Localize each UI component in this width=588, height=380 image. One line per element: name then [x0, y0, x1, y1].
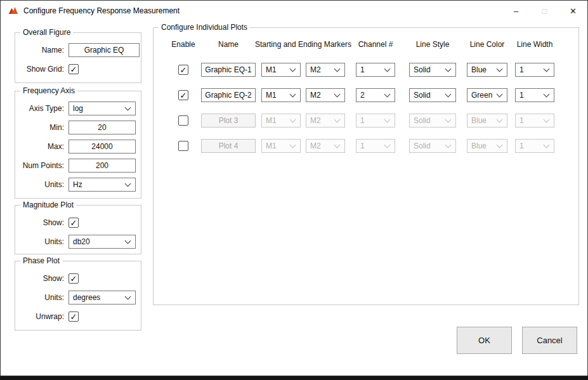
channel-select[interactable]: 1 — [356, 63, 395, 77]
line-style-select[interactable]: Solid — [409, 63, 456, 77]
phase-show-label: Show: — [15, 274, 69, 283]
chevron-down-icon — [290, 142, 296, 148]
channel-value: 1 — [356, 116, 365, 125]
phase-units-select[interactable]: degrees — [69, 291, 136, 305]
chevron-down-icon — [384, 142, 391, 148]
titlebar: Configure Frequency Response Measurement… — [1, 1, 587, 21]
phase-units-row: Units: degrees — [15, 291, 141, 305]
unwrap-checkbox[interactable]: ✓ — [69, 311, 79, 322]
freq-units-value: Hz — [69, 180, 82, 189]
start-marker-value: M1 — [262, 116, 277, 125]
plot-name-input[interactable] — [201, 114, 256, 128]
chevron-down-icon — [544, 91, 550, 98]
line-color-select[interactable]: Blue — [467, 63, 507, 77]
chevron-down-icon — [334, 142, 341, 148]
header-channel: Channel # — [358, 40, 393, 49]
magnitude-units-select[interactable]: db20 — [69, 235, 136, 249]
channel-value: 1 — [356, 65, 365, 74]
minimize-button[interactable]: – — [502, 1, 530, 21]
figure-name-row: Name: — [15, 43, 141, 57]
min-input[interactable] — [69, 121, 136, 134]
maximize-button: □ — [530, 1, 559, 21]
ok-button[interactable]: OK — [457, 327, 512, 354]
minimize-icon: – — [514, 7, 518, 15]
magnitude-units-value: db20 — [69, 237, 90, 246]
end-marker-select[interactable]: M2 — [306, 88, 345, 102]
line-width-select: 1 — [515, 114, 554, 128]
line-width-value: 1 — [516, 141, 524, 150]
phase-show-row: Show: ✓ — [15, 272, 141, 285]
line-color-select[interactable]: Green — [467, 88, 507, 102]
start-marker-select[interactable]: M1 — [261, 63, 301, 77]
plot-name-input[interactable] — [201, 88, 256, 102]
chevron-down-icon — [334, 117, 341, 123]
figure-name-input[interactable] — [69, 43, 140, 57]
frequency-axis-group: Frequency Axis Axis Type: log Min: Max: … — [15, 91, 141, 199]
plot-name-input[interactable] — [201, 139, 256, 153]
individual-plots-group: Configure Individual Plots Enable Name S… — [153, 27, 579, 305]
freq-units-row: Units: Hz — [15, 178, 141, 192]
plot-name-input[interactable] — [201, 63, 256, 77]
chevron-down-icon — [334, 91, 341, 98]
axis-type-row: Axis Type: log — [15, 102, 141, 115]
line-style-select: Solid — [409, 114, 456, 128]
unwrap-row: Unwrap: ✓ — [15, 310, 141, 324]
close-button[interactable]: ✕ — [559, 1, 587, 21]
show-grid-checkbox[interactable]: ✓ — [69, 64, 79, 74]
line-color-select: Blue — [467, 114, 507, 128]
header-line-color: Line Color — [470, 40, 505, 49]
window-title: Configure Frequency Response Measurement — [23, 6, 180, 15]
chevron-down-icon — [497, 117, 503, 123]
chevron-down-icon — [290, 91, 296, 98]
line-width-select[interactable]: 1 — [515, 63, 554, 77]
max-row: Max: — [15, 140, 141, 154]
num-points-input[interactable] — [69, 159, 136, 173]
chevron-down-icon — [290, 66, 296, 72]
chevron-down-icon — [544, 66, 550, 72]
line-width-select[interactable]: 1 — [515, 88, 554, 102]
channel-select[interactable]: 2 — [356, 88, 395, 102]
channel-select: 1 — [356, 114, 395, 128]
start-marker-select: M1 — [261, 114, 301, 128]
line-color-value: Blue — [467, 65, 487, 74]
chevron-down-icon — [497, 66, 503, 72]
cancel-button[interactable]: Cancel — [522, 327, 577, 354]
header-markers: Starting and Ending Markers — [255, 40, 351, 49]
header-line-width: Line Width — [517, 40, 553, 49]
close-icon: ✕ — [570, 7, 577, 15]
end-marker-select[interactable]: M2 — [306, 63, 345, 77]
show-grid-row: Show Grid: ✓ — [15, 62, 141, 76]
min-row: Min: — [15, 121, 141, 134]
magnitude-show-checkbox[interactable]: ✓ — [69, 218, 79, 228]
plot-enable-checkbox[interactable] — [178, 115, 188, 126]
line-style-select[interactable]: Solid — [409, 88, 456, 102]
maximize-icon: □ — [542, 7, 547, 15]
line-style-value: Solid — [410, 65, 431, 74]
axis-type-select[interactable]: log — [69, 102, 136, 115]
start-marker-value: M1 — [262, 65, 277, 74]
end-marker-select: M2 — [306, 139, 345, 153]
channel-value: 1 — [356, 141, 365, 150]
phase-plot-title: Phase Plot — [20, 256, 62, 265]
min-label: Min: — [15, 123, 69, 132]
chevron-down-icon — [334, 66, 341, 72]
magnitude-plot-title: Magnitude Plot — [20, 200, 76, 209]
magnitude-plot-group: Magnitude Plot Show: ✓ Units: db20 — [15, 205, 141, 254]
line-color-value: Blue — [467, 141, 487, 150]
dialog-window: Configure Frequency Response Measurement… — [0, 0, 588, 376]
start-marker-select[interactable]: M1 — [261, 88, 301, 102]
max-input[interactable] — [69, 140, 136, 154]
line-width-value: 1 — [516, 116, 524, 125]
start-marker-select: M1 — [261, 139, 301, 153]
plot-enable-checkbox[interactable]: ✓ — [178, 90, 188, 100]
line-style-value: Solid — [410, 116, 431, 125]
freq-units-select[interactable]: Hz — [69, 178, 136, 192]
chevron-down-icon — [445, 91, 452, 98]
header-line-style: Line Style — [416, 40, 450, 49]
plot-enable-checkbox[interactable]: ✓ — [178, 65, 188, 75]
phase-show-checkbox[interactable]: ✓ — [69, 273, 79, 284]
end-marker-select: M2 — [306, 114, 345, 128]
plot-enable-checkbox[interactable] — [178, 141, 188, 151]
individual-plots-title: Configure Individual Plots — [159, 23, 250, 32]
line-color-select: Blue — [467, 139, 507, 153]
